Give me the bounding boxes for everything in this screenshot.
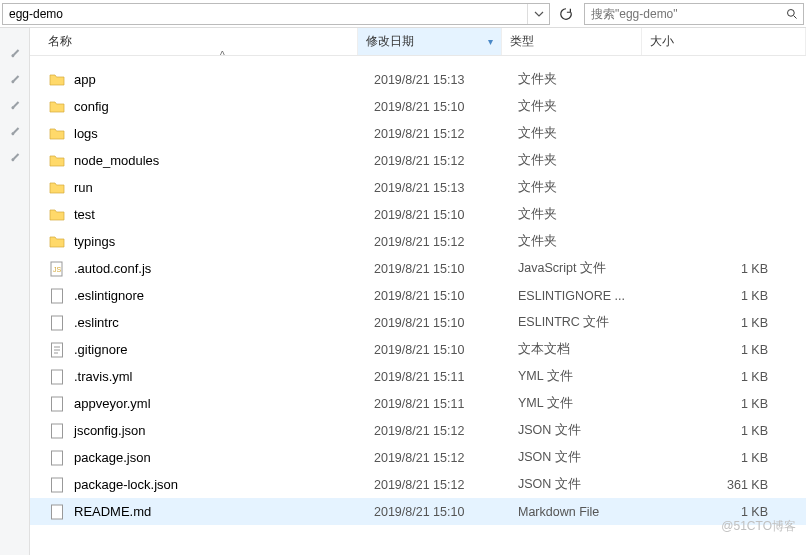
file-row[interactable]: test2019/8/21 15:10文件夹 [30, 201, 806, 228]
file-size: 1 KB [658, 262, 798, 276]
sort-indicator-icon: ▾ [488, 36, 493, 47]
file-date: 2019/8/21 15:12 [374, 478, 518, 492]
file-row[interactable]: app2019/8/21 15:13文件夹 [30, 66, 806, 93]
file-name: appveyor.yml [74, 396, 374, 411]
file-icon [48, 395, 66, 413]
file-type: 文本文档 [518, 341, 658, 358]
file-row[interactable]: appveyor.yml2019/8/21 15:11YML 文件1 KB [30, 390, 806, 417]
file-row[interactable]: logs2019/8/21 15:12文件夹 [30, 120, 806, 147]
file-name: jsconfig.json [74, 423, 374, 438]
file-type: 文件夹 [518, 125, 658, 142]
file-date: 2019/8/21 15:13 [374, 181, 518, 195]
file-icon [48, 503, 66, 521]
file-size: 1 KB [658, 505, 798, 519]
svg-rect-23 [52, 451, 63, 465]
search-icon[interactable] [781, 4, 803, 24]
svg-rect-14 [52, 289, 63, 303]
file-name: app [74, 72, 374, 87]
folder-icon [48, 179, 66, 197]
current-folder-name: egg-demo [3, 7, 527, 21]
file-size: 1 KB [658, 343, 798, 357]
file-size: 361 KB [658, 478, 798, 492]
file-row[interactable]: package-lock.json2019/8/21 15:12JSON 文件3… [30, 471, 806, 498]
folder-icon [48, 206, 66, 224]
file-date: 2019/8/21 15:12 [374, 424, 518, 438]
file-type: JSON 文件 [518, 476, 658, 493]
file-row[interactable]: .travis.yml2019/8/21 15:11YML 文件1 KB [30, 363, 806, 390]
file-row[interactable]: JS.autod.conf.js2019/8/21 15:10JavaScrip… [30, 255, 806, 282]
refresh-button[interactable] [554, 3, 578, 25]
file-list-panel: 名称 修改日期▾ 类型 大小 app2019/8/21 15:13文件夹conf… [30, 28, 806, 555]
file-type: 文件夹 [518, 71, 658, 88]
file-name: test [74, 207, 374, 222]
file-type: JSON 文件 [518, 422, 658, 439]
file-row[interactable]: .eslintignore2019/8/21 15:10ESLINTIGNORE… [30, 282, 806, 309]
file-type: ESLINTIGNORE ... [518, 289, 658, 303]
file-name: logs [74, 126, 374, 141]
file-size: 1 KB [658, 451, 798, 465]
file-type: 文件夹 [518, 179, 658, 196]
file-date: 2019/8/21 15:10 [374, 208, 518, 222]
file-row[interactable]: run2019/8/21 15:13文件夹 [30, 174, 806, 201]
file-row[interactable]: README.md2019/8/21 15:10Markdown File1 K… [30, 498, 806, 525]
file-date: 2019/8/21 15:10 [374, 262, 518, 276]
file-icon: JS [48, 260, 66, 278]
files-container: app2019/8/21 15:13文件夹config2019/8/21 15:… [30, 66, 806, 525]
file-name: run [74, 180, 374, 195]
file-date: 2019/8/21 15:10 [374, 316, 518, 330]
folder-icon [48, 152, 66, 170]
column-header-name[interactable]: 名称 [30, 28, 358, 55]
file-date: 2019/8/21 15:10 [374, 289, 518, 303]
file-row[interactable]: .gitignore2019/8/21 15:10文本文档1 KB [30, 336, 806, 363]
folder-icon [48, 233, 66, 251]
file-icon [48, 368, 66, 386]
file-type: 文件夹 [518, 98, 658, 115]
file-size: 1 KB [658, 289, 798, 303]
file-icon [48, 422, 66, 440]
chevron-down-icon[interactable] [527, 4, 549, 24]
file-date: 2019/8/21 15:12 [374, 451, 518, 465]
svg-point-0 [788, 9, 795, 16]
pin-icon [5, 97, 25, 117]
file-size: 1 KB [658, 424, 798, 438]
pin-icon [5, 149, 25, 169]
file-icon [48, 449, 66, 467]
file-size: 1 KB [658, 370, 798, 384]
svg-rect-24 [52, 478, 63, 492]
svg-text:JS: JS [53, 266, 62, 273]
file-name: .gitignore [74, 342, 374, 357]
svg-rect-15 [52, 316, 63, 330]
search-field[interactable] [584, 3, 804, 25]
file-icon [48, 341, 66, 359]
search-input[interactable] [585, 7, 781, 21]
file-row[interactable]: config2019/8/21 15:10文件夹 [30, 93, 806, 120]
file-name: .eslintignore [74, 288, 374, 303]
svg-rect-25 [52, 505, 63, 519]
pin-icon [5, 123, 25, 143]
svg-rect-20 [52, 370, 63, 384]
svg-rect-22 [52, 424, 63, 438]
file-date: 2019/8/21 15:12 [374, 154, 518, 168]
group-collapse-chevron[interactable] [30, 56, 806, 66]
file-type: 文件夹 [518, 206, 658, 223]
column-header-type[interactable]: 类型 [502, 28, 642, 55]
column-header-size[interactable]: 大小 [642, 28, 806, 55]
pin-icon [5, 71, 25, 91]
column-headers: 名称 修改日期▾ 类型 大小 [30, 28, 806, 56]
pin-icon [5, 45, 25, 65]
file-icon [48, 314, 66, 332]
file-type: JavaScript 文件 [518, 260, 658, 277]
file-date: 2019/8/21 15:11 [374, 370, 518, 384]
file-row[interactable]: typings2019/8/21 15:12文件夹 [30, 228, 806, 255]
file-row[interactable]: .eslintrc2019/8/21 15:10ESLINTRC 文件1 KB [30, 309, 806, 336]
file-type: JSON 文件 [518, 449, 658, 466]
path-field[interactable]: egg-demo [2, 3, 550, 25]
file-type: Markdown File [518, 505, 658, 519]
file-name: package-lock.json [74, 477, 374, 492]
file-row[interactable]: node_modules2019/8/21 15:12文件夹 [30, 147, 806, 174]
file-row[interactable]: jsconfig.json2019/8/21 15:12JSON 文件1 KB [30, 417, 806, 444]
column-header-date[interactable]: 修改日期▾ [358, 28, 502, 55]
file-row[interactable]: package.json2019/8/21 15:12JSON 文件1 KB [30, 444, 806, 471]
file-date: 2019/8/21 15:10 [374, 505, 518, 519]
file-type: 文件夹 [518, 152, 658, 169]
